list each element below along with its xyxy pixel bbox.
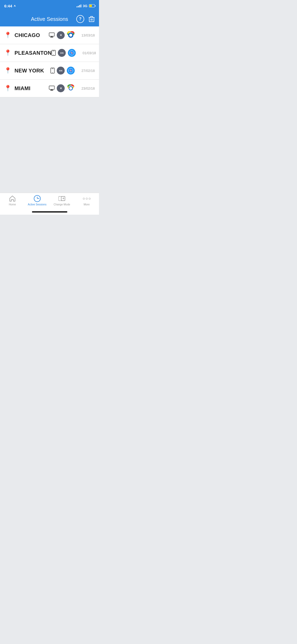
- chrome-icon: [67, 31, 75, 39]
- sessions-list: 📍 CHICAGO ✕: [0, 26, 99, 97]
- session-row[interactable]: 📍 CHICAGO ✕: [0, 26, 99, 44]
- session-date: 01/03/18: [80, 51, 96, 55]
- tab-active-sessions[interactable]: Active Sessions: [25, 195, 50, 206]
- os-badge: iOS: [57, 67, 65, 75]
- help-button[interactable]: ?: [76, 15, 84, 23]
- help-icon: ?: [76, 15, 84, 23]
- more-dots-icon: [83, 195, 91, 202]
- time-display: 6:44: [4, 4, 12, 8]
- city-name: CHICAGO: [15, 32, 49, 38]
- location-pin-icon: 📍: [4, 32, 11, 39]
- tab-home-label: Home: [9, 203, 16, 206]
- session-row[interactable]: 📍 MIAMI ✕: [0, 80, 99, 97]
- session-date: 27/02/18: [79, 69, 95, 73]
- os-badge: ✕: [57, 31, 65, 39]
- svg-rect-33: [49, 86, 54, 89]
- session-row[interactable]: 📍 NEW YORK iOS: [0, 62, 99, 80]
- svg-point-32: [70, 70, 71, 71]
- safari-icon: [68, 49, 76, 57]
- page-title: Active Sessions: [31, 16, 68, 22]
- svg-rect-35: [50, 90, 53, 91]
- svg-rect-9: [50, 37, 53, 38]
- tab-bar: Home Active Sessions Change Mode More: [0, 193, 99, 215]
- nav-actions: ?: [76, 15, 95, 23]
- mobile-icon: [50, 68, 55, 73]
- mobile-icon: [51, 50, 56, 56]
- battery-fill: [89, 5, 92, 7]
- delete-button[interactable]: [88, 16, 95, 22]
- empty-area: [0, 97, 99, 191]
- status-bar: 6:44 3G: [0, 0, 99, 12]
- os-badge: ✕: [57, 84, 65, 92]
- svg-point-14: [69, 34, 72, 37]
- home-indicator: [32, 211, 67, 213]
- desktop-icon: [49, 33, 55, 38]
- location-pin-icon: 📍: [4, 49, 11, 56]
- session-date: 23/02/18: [79, 86, 95, 90]
- session-icons: iOS: [50, 67, 75, 75]
- session-icons: iOS: [51, 49, 76, 57]
- location-pin-icon: 📍: [4, 85, 11, 92]
- tab-more[interactable]: More: [74, 195, 99, 206]
- battery-indicator: [89, 4, 95, 7]
- location-arrow-icon: [13, 4, 16, 7]
- chrome-icon: [67, 84, 75, 92]
- svg-rect-3: [91, 16, 93, 17]
- clock-icon: [34, 195, 41, 202]
- nav-header: Active Sessions ?: [0, 12, 99, 26]
- svg-point-23: [72, 53, 72, 53]
- city-name: MIAMI: [15, 85, 49, 91]
- tab-more-label: More: [84, 203, 90, 206]
- change-mode-icon: [58, 195, 65, 202]
- signal-bars: [77, 4, 81, 7]
- network-type: 3G: [83, 4, 87, 8]
- tab-active-sessions-label: Active Sessions: [28, 203, 46, 206]
- safari-icon: [67, 67, 75, 75]
- svg-rect-40: [61, 196, 65, 201]
- city-name: PLEASANTON: [15, 50, 51, 56]
- svg-point-16: [53, 54, 54, 55]
- svg-rect-7: [49, 33, 54, 36]
- tab-change-mode-label: Change Mode: [54, 203, 70, 206]
- desktop-icon: [49, 86, 55, 91]
- svg-rect-8: [51, 36, 53, 37]
- session-row[interactable]: 📍 PLEASANTON iOS: [0, 44, 99, 62]
- home-icon: [9, 195, 16, 202]
- status-right: 3G: [77, 4, 95, 8]
- svg-marker-0: [14, 5, 16, 7]
- tab-home[interactable]: Home: [0, 195, 25, 206]
- svg-point-25: [52, 72, 53, 73]
- session-date: 13/03/18: [79, 33, 95, 37]
- city-name: NEW YORK: [15, 68, 50, 74]
- tab-change-mode[interactable]: Change Mode: [50, 195, 74, 206]
- session-icons: ✕: [49, 84, 75, 92]
- session-icons: ✕: [49, 31, 75, 39]
- svg-rect-34: [51, 89, 53, 90]
- trash-icon: [88, 16, 95, 22]
- svg-point-38: [69, 87, 72, 90]
- location-pin-icon: 📍: [4, 67, 11, 74]
- os-badge: iOS: [58, 49, 66, 57]
- status-time: 6:44: [4, 4, 16, 8]
